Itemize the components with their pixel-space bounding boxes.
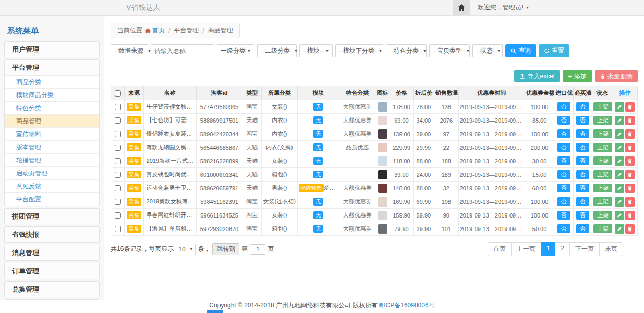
import-select-button[interactable]: 否 (557, 211, 570, 220)
must-buy-button[interactable]: 否 (576, 143, 589, 152)
must-buy-button[interactable]: 否 (576, 184, 589, 192)
row-checkbox[interactable] (115, 104, 121, 110)
per-page-select[interactable]: 10 ▼ (176, 244, 196, 255)
breadcrumb-home-link[interactable]: 首页 (145, 26, 165, 35)
status-button[interactable]: 上架 (593, 116, 612, 125)
sidebar-group[interactable]: 兑换管理 (5, 282, 99, 297)
item-type-select[interactable]: --宝贝类型--▼ (429, 44, 470, 57)
horizontal-scrollbar-thumb[interactable] (207, 310, 223, 313)
status-button[interactable]: 上架 (593, 211, 612, 220)
edit-button[interactable] (615, 197, 624, 207)
module-subcategory-select[interactable]: --模块下分类--▼ (335, 44, 383, 57)
delete-button[interactable] (625, 129, 635, 139)
import-select-button[interactable]: 否 (557, 224, 570, 233)
status-button[interactable]: 上架 (593, 197, 612, 206)
sidebar-item[interactable]: 启动页管理 (5, 166, 99, 179)
delete-button[interactable] (625, 102, 635, 112)
row-checkbox[interactable] (115, 158, 121, 164)
page-number-input[interactable] (250, 244, 265, 255)
page-button[interactable]: 2 (555, 242, 570, 256)
sidebar-item[interactable]: 商品分类 (5, 75, 99, 88)
edit-button[interactable] (615, 170, 624, 179)
data-source-select[interactable]: --数据来源--▼ (111, 44, 148, 57)
page-button[interactable]: 末页 (599, 242, 623, 256)
row-checkbox[interactable] (115, 172, 121, 178)
import-excel-button[interactable]: 导入excel (514, 70, 560, 82)
page-button[interactable]: 上一页 (511, 242, 541, 256)
delete-button[interactable] (625, 211, 635, 220)
module-select[interactable]: --模块--▼ (299, 44, 333, 57)
sidebar-group[interactable]: 省钱快报 (5, 227, 99, 242)
delete-button[interactable] (625, 197, 635, 207)
row-checkbox[interactable] (115, 199, 121, 205)
delete-button[interactable] (625, 143, 635, 152)
delete-button[interactable] (625, 170, 635, 179)
level1-category-select[interactable]: 一级分类▼ (217, 44, 254, 57)
import-select-button[interactable]: 否 (557, 184, 570, 192)
edit-button[interactable] (615, 184, 624, 193)
icp-link[interactable]: 粤ICP备16098006号 (378, 302, 434, 309)
sidebar-item[interactable]: 版本管理 (5, 140, 99, 153)
row-checkbox[interactable] (115, 117, 121, 124)
must-buy-button[interactable]: 否 (576, 156, 589, 165)
must-buy-button[interactable]: 否 (576, 197, 589, 206)
import-select-button[interactable]: 否 (557, 143, 570, 152)
sidebar-group[interactable]: 消息管理 (5, 245, 99, 260)
must-buy-button[interactable]: 否 (576, 170, 589, 179)
delete-button[interactable] (625, 116, 635, 125)
row-checkbox[interactable] (115, 226, 121, 232)
sidebar-group[interactable]: 用户管理 (5, 42, 99, 57)
edit-button[interactable] (615, 129, 624, 139)
page-button[interactable]: 下一页 (569, 242, 600, 256)
import-select-button[interactable]: 否 (557, 156, 570, 165)
row-checkbox[interactable] (115, 131, 121, 137)
delete-button[interactable] (625, 184, 635, 193)
sidebar-item[interactable]: 商品管理 (5, 114, 99, 127)
row-checkbox[interactable] (115, 185, 121, 191)
sidebar-item[interactable]: 宣传物料 (5, 127, 99, 140)
must-buy-button[interactable]: 否 (576, 211, 589, 220)
user-menu[interactable]: 欢迎您，管理员! ▼ (472, 0, 534, 15)
sidebar-item[interactable]: 平台配置 (5, 192, 99, 206)
sidebar-group[interactable]: 拼团管理 (5, 209, 99, 224)
status-button[interactable]: 上架 (593, 143, 612, 152)
status-button[interactable]: 上架 (593, 156, 612, 165)
status-button[interactable]: 上架 (593, 129, 612, 138)
edit-button[interactable] (615, 224, 624, 234)
edit-button[interactable] (615, 143, 624, 152)
edit-button[interactable] (615, 211, 624, 220)
import-select-button[interactable]: 否 (557, 197, 570, 206)
delete-button[interactable] (625, 224, 635, 234)
status-button[interactable]: 上架 (593, 102, 612, 111)
status-button[interactable]: 上架 (593, 184, 612, 192)
reset-button[interactable]: 重置 (539, 44, 569, 57)
select-all-checkbox[interactable] (115, 90, 121, 97)
must-buy-button[interactable]: 否 (576, 224, 589, 233)
delete-button[interactable] (625, 156, 635, 166)
must-buy-button[interactable]: 否 (576, 129, 589, 138)
import-select-button[interactable]: 否 (557, 116, 570, 125)
home-button[interactable] (453, 0, 470, 15)
must-buy-button[interactable]: 否 (576, 116, 589, 125)
sidebar-item[interactable]: 轮播管理 (5, 153, 99, 166)
status-button[interactable]: 上架 (593, 170, 612, 179)
sidebar-item[interactable]: 特色分类 (5, 101, 99, 114)
batch-delete-button[interactable]: 批量删除 (595, 70, 638, 82)
page-button[interactable]: 1 (541, 242, 556, 256)
sidebar-item[interactable]: 模块商品分类 (5, 88, 99, 101)
feature-category-select[interactable]: --特色分类--▼ (386, 44, 427, 57)
add-button[interactable]: + 添加 (563, 70, 592, 82)
status-button[interactable]: 上架 (593, 224, 612, 233)
row-checkbox[interactable] (115, 212, 121, 219)
import-select-button[interactable]: 否 (557, 129, 570, 138)
jump-button[interactable]: 跳转到 (212, 243, 239, 255)
search-button[interactable]: 查询 (505, 44, 536, 57)
sidebar-item[interactable]: 意见反馈 (5, 179, 99, 192)
edit-button[interactable] (615, 102, 624, 112)
page-button[interactable]: 首页 (488, 242, 512, 256)
sidebar-group[interactable]: 订单管理 (5, 263, 99, 279)
status-select[interactable]: --状态--▼ (472, 44, 503, 57)
level2-category-select[interactable]: --二级分类--▼ (257, 44, 297, 57)
import-select-button[interactable]: 否 (557, 170, 570, 179)
must-buy-button[interactable]: 否 (576, 102, 589, 111)
